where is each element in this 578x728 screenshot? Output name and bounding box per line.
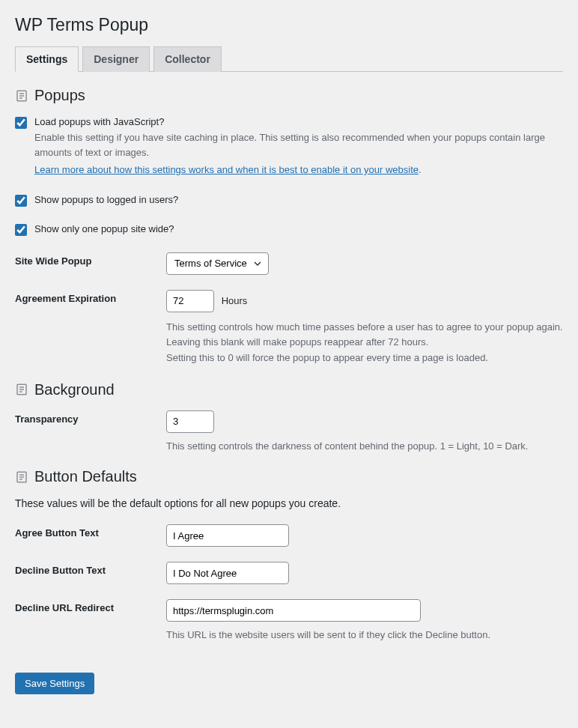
- show-logged-in-label: Show popups to logged in users?: [34, 194, 563, 205]
- section-button-defaults-heading: Button Defaults: [15, 468, 563, 485]
- load-js-checkbox[interactable]: [15, 117, 27, 129]
- document-icon: [15, 470, 28, 484]
- site-wide-popup-select[interactable]: Terms of Service: [166, 252, 269, 275]
- learn-more-link[interactable]: Learn more about how this settings works…: [34, 164, 419, 175]
- site-wide-popup-label: Site Wide Popup: [15, 252, 166, 267]
- decline-url-input[interactable]: [166, 599, 421, 622]
- agree-button-text-label: Agree Button Text: [15, 524, 166, 539]
- decline-url-help: This URL is the website users will be se…: [166, 628, 563, 643]
- tab-designer[interactable]: Designer: [82, 46, 150, 72]
- agree-button-text-input[interactable]: [166, 524, 289, 547]
- transparency-label: Transparency: [15, 410, 166, 425]
- page-title: WP Terms Popup: [15, 15, 563, 35]
- button-defaults-intro: These values will be the default options…: [15, 497, 563, 509]
- load-js-description: Enable this setting if you have site cac…: [34, 130, 563, 160]
- decline-button-text-input[interactable]: [166, 562, 289, 584]
- agreement-expiration-input[interactable]: [166, 290, 214, 312]
- document-icon: [15, 383, 28, 396]
- load-js-label: Load popups with JavaScript?: [34, 116, 563, 127]
- expiration-help-3: Setting this to 0 will force the popup t…: [166, 351, 563, 366]
- expiration-help-2: Leaving this blank will make popups reap…: [166, 335, 563, 351]
- document-icon: [15, 89, 28, 103]
- decline-url-label: Decline URL Redirect: [15, 599, 166, 613]
- section-button-defaults-title: Button Defaults: [34, 468, 137, 485]
- section-popups-heading: Popups: [15, 87, 563, 104]
- transparency-input[interactable]: [166, 410, 214, 433]
- agreement-expiration-label: Agreement Expiration: [15, 290, 166, 304]
- transparency-help: This setting controls the darkness of co…: [166, 439, 563, 454]
- show-one-checkbox[interactable]: [15, 224, 27, 236]
- show-logged-in-checkbox[interactable]: [15, 195, 27, 207]
- decline-button-text-label: Decline Button Text: [15, 562, 166, 576]
- section-background-heading: Background: [15, 381, 563, 398]
- hours-unit-label: Hours: [222, 295, 248, 306]
- tab-settings[interactable]: Settings: [15, 46, 79, 72]
- section-popups-title: Popups: [34, 87, 85, 104]
- tab-collector[interactable]: Collector: [153, 46, 222, 72]
- link-suffix: .: [419, 164, 422, 175]
- show-one-label: Show only one popup site wide?: [34, 223, 563, 234]
- nav-tabs: Settings Designer Collector: [15, 46, 563, 72]
- save-settings-button[interactable]: Save Settings: [15, 673, 94, 694]
- section-background-title: Background: [34, 381, 115, 398]
- expiration-help-1: This setting controls how much time pass…: [166, 320, 563, 336]
